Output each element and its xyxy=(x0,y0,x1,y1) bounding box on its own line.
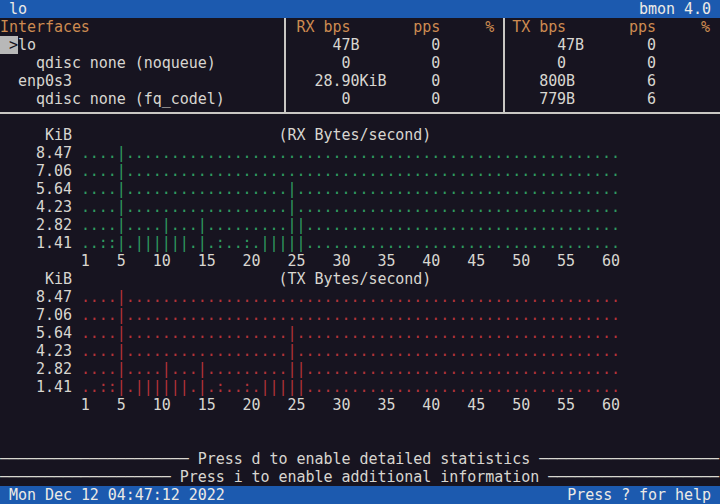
interface-row-lo-qdisc[interactable]: qdisc none (noqueue) 0 0 0 0 xyxy=(0,54,720,72)
rx-plot-row-2: ....|..................|................… xyxy=(81,180,620,198)
rx-ytick-2-82: 2.82 xyxy=(0,216,81,234)
blank-row xyxy=(0,414,720,432)
tx-plot-row-0: ....|...................................… xyxy=(81,288,620,306)
rx-ytick-4-23: 4.23 xyxy=(0,198,81,216)
rx-ytick-7-06: 7.06 xyxy=(0,162,81,180)
tx-ytick-2-82: 2.82 xyxy=(0,360,81,378)
rx-graph-row: 2.82 ....|....|...|.........||..........… xyxy=(0,216,720,234)
column-separator-rx xyxy=(284,18,286,113)
tx-graph-row: 1.41 ..::|.||||||.|.:..:.|||||..........… xyxy=(0,378,720,396)
tx-ytick-5-64: 5.64 xyxy=(0,324,81,342)
tx-graph-row: 5.64 ....|..................|...........… xyxy=(0,324,720,342)
selection-cursor: > xyxy=(0,36,18,54)
tx-graph-row: 2.82 ....|....|...|.........||..........… xyxy=(0,360,720,378)
title-selected-interface: lo xyxy=(9,0,27,18)
rx-ytick-8-47: 8.47 xyxy=(0,144,81,162)
column-separator-tx xyxy=(503,18,505,113)
rx-plot-row-3: ....|..................|................… xyxy=(81,198,620,216)
hint-additional-info: ─────────────────── Press i to enable ad… xyxy=(0,468,720,486)
rx-plot-row-1: ....|...................................… xyxy=(81,162,620,180)
title-bar: lo bmon 4.0 xyxy=(0,0,720,18)
tx-ytick-4-23: 4.23 xyxy=(0,342,81,360)
tx-plot-row-5: ..::|.||||||.|.:..:.|||||...............… xyxy=(81,378,620,396)
tx-plot-row-2: ....|..................|................… xyxy=(81,324,620,342)
list-bottom-separator xyxy=(0,112,720,114)
rx-graph-row: 5.64 ....|..................|...........… xyxy=(0,180,720,198)
interface-row-lo-text: lo 47B 0 47B 0 xyxy=(18,36,656,54)
tx-graph-row: 4.23 ....|..................|...........… xyxy=(0,342,720,360)
rx-graph-row: 8.47 ....|..............................… xyxy=(0,144,720,162)
bmon-terminal: lo bmon 4.0 Interfaces RX bps pps % TX b… xyxy=(0,0,720,504)
list-separator-row xyxy=(0,108,720,126)
blank-row xyxy=(0,432,720,450)
status-datetime: Mon Dec 12 04:47:12 2022 xyxy=(9,486,225,504)
tx-ytick-8-47: 8.47 xyxy=(0,288,81,306)
rx-plot-row-0: ....|...................................… xyxy=(81,144,620,162)
rx-graph-title: KiB (RX Bytes/second) xyxy=(0,126,720,144)
tx-graph-row: 7.06 ....|..............................… xyxy=(0,306,720,324)
tx-graph-title: KiB (TX Bytes/second) xyxy=(0,270,720,288)
status-bar: Mon Dec 12 04:47:12 2022 Press ? for hel… xyxy=(0,486,720,504)
rx-graph-x-axis: 1 5 10 15 20 25 30 35 40 45 50 55 60 xyxy=(0,252,720,270)
tx-ytick-7-06: 7.06 xyxy=(0,306,81,324)
rx-ytick-1-41: 1.41 xyxy=(0,234,81,252)
tx-ytick-1-41: 1.41 xyxy=(0,378,81,396)
tx-graph-x-axis: 1 5 10 15 20 25 30 35 40 45 50 55 60 xyxy=(0,396,720,414)
rx-plot-row-5: ..::|.||||||.|.:..:.|||||...............… xyxy=(81,234,620,252)
interface-row-enp0s3[interactable]: enp0s3 28.90KiB 0 800B 6 xyxy=(0,72,720,90)
rx-graph-row: 7.06 ....|..............................… xyxy=(0,162,720,180)
tx-plot-row-3: ....|..................|................… xyxy=(81,342,620,360)
rx-graph-row: 1.41 ..::|.||||||.|.:..:.|||||..........… xyxy=(0,234,720,252)
title-app-version: bmon 4.0 xyxy=(639,0,711,18)
hint-detailed-stats: ───────────────────── Press d to enable … xyxy=(0,450,720,468)
rx-graph-row: 4.23 ....|..................|...........… xyxy=(0,198,720,216)
interface-row-lo[interactable]: >lo 47B 0 47B 0 xyxy=(0,36,720,54)
rx-plot-row-4: ....|....|...|.........||...............… xyxy=(81,216,620,234)
status-help-hint: Press ? for help xyxy=(567,486,711,504)
rx-ytick-5-64: 5.64 xyxy=(0,180,81,198)
tx-plot-row-1: ....|...................................… xyxy=(81,306,620,324)
list-header: Interfaces RX bps pps % TX bps pps % xyxy=(0,18,720,36)
tx-plot-row-4: ....|....|...|.........||...............… xyxy=(81,360,620,378)
tx-graph-row: 8.47 ....|..............................… xyxy=(0,288,720,306)
interface-row-enp0s3-qdisc[interactable]: qdisc none (fq_codel) 0 0 779B 6 xyxy=(0,90,720,108)
